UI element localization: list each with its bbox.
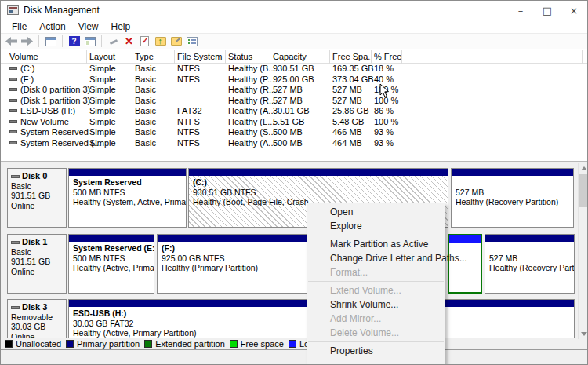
- column-header[interactable]: Type: [132, 50, 175, 64]
- legend-item: Extended partition: [144, 339, 225, 349]
- table-row[interactable]: (F:)SimpleBasicNTFSHealthy (P...925.00 G…: [1, 75, 587, 86]
- partition-box[interactable]: System Reserved (E:) 500 MB NTFS Healthy…: [68, 234, 154, 294]
- console-window-icon[interactable]: [44, 35, 57, 48]
- table-cell: 93 %: [372, 138, 394, 149]
- partition-title: [489, 243, 571, 254]
- column-header[interactable]: % Free: [372, 50, 402, 64]
- table-cell: Simple: [87, 96, 116, 107]
- legend-label: Primary partition: [77, 339, 140, 349]
- disk-label[interactable]: Disk 1 Basic 931.51 GB Online: [7, 234, 67, 294]
- toolbar-separator: [101, 35, 102, 47]
- wand-icon[interactable]: [107, 35, 120, 48]
- table-row[interactable]: System ReservedSimpleBasicNTFSHealthy (S…: [1, 127, 587, 138]
- folder-up-icon[interactable]: [154, 35, 167, 48]
- table-cell: Simple: [87, 106, 116, 117]
- column-header[interactable]: File System: [175, 50, 226, 64]
- partition-box[interactable]: 527 MB Healthy (Recovery Partition): [451, 168, 574, 228]
- legend-label: Extended partition: [155, 339, 225, 349]
- table-cell: NTFS: [175, 75, 200, 86]
- table-row[interactable]: (Disk 1 partition 3)SimpleBasicHealthy (…: [1, 96, 587, 107]
- vertical-scrollbar[interactable]: [578, 163, 588, 339]
- table-cell: 466 MB: [330, 127, 362, 138]
- table-cell: Basic: [132, 96, 156, 107]
- context-menu-item-properties[interactable]: Properties: [307, 344, 445, 358]
- maximize-button[interactable]: □: [534, 1, 561, 20]
- properties-list-icon[interactable]: [185, 35, 198, 48]
- disk-label[interactable]: Disk 3 Removable 30.03 GB Online: [7, 299, 67, 338]
- check-document-icon[interactable]: [138, 35, 151, 48]
- window-title: Disk Management: [24, 5, 100, 16]
- table-cell: Healthy (R...: [226, 85, 276, 96]
- volume-icon: [9, 88, 17, 91]
- menu-separator: [308, 281, 444, 282]
- partition-box[interactable]: 527 MB Healthy (Recovery Partitic: [485, 234, 575, 294]
- partition-color-bar: [485, 235, 574, 242]
- table-cell: Basic: [132, 127, 156, 138]
- disk-name: Disk 1: [22, 237, 47, 246]
- forward-icon[interactable]: [20, 35, 34, 48]
- app-icon: [7, 5, 19, 15]
- partition-box[interactable]: System Reserved 500 MB NTFS Healthy (Sys…: [68, 168, 187, 228]
- table-cell: 5.51 GB: [270, 117, 304, 128]
- table-cell: 527 MB: [330, 85, 362, 96]
- partition-color-bar: [69, 235, 154, 242]
- partition-size: 500 MB NTFS: [73, 188, 183, 198]
- context-menu: OpenExploreMark Partition as ActiveChang…: [307, 203, 445, 365]
- partition-color-bar: [69, 169, 186, 176]
- console-tree-icon[interactable]: [83, 35, 96, 48]
- minimize-button[interactable]: –: [507, 1, 534, 20]
- table-row[interactable]: ESD-USB (H:)SimpleBasicFAT32Healthy (A..…: [1, 106, 587, 117]
- menu-action[interactable]: Action: [33, 21, 71, 32]
- column-header[interactable]: Capacity: [270, 50, 330, 64]
- scrollbar-thumb[interactable]: [579, 174, 588, 207]
- disk-type: Removable: [11, 312, 63, 323]
- context-menu-item-extend-volume: Extend Volume...: [307, 283, 445, 297]
- table-cell: Basic: [132, 106, 156, 117]
- table-cell: Healthy (A...: [226, 106, 276, 117]
- column-header[interactable]: Volume: [7, 50, 87, 64]
- context-menu-item-help[interactable]: Help: [307, 362, 445, 365]
- table-cell: (F:): [7, 75, 34, 86]
- table-cell: NTFS: [175, 117, 200, 128]
- volume-icon: [9, 141, 17, 144]
- menu-help[interactable]: Help: [105, 21, 137, 32]
- partition-status: Healthy (System, Active, Primary P: [73, 197, 183, 207]
- table-cell: 5.48 GB: [330, 117, 364, 128]
- delete-red-x-icon[interactable]: ✕: [122, 35, 136, 48]
- column-header[interactable]: Layout: [87, 50, 132, 64]
- mouse-cursor: [379, 83, 390, 99]
- context-menu-item-shrink-volume[interactable]: Shrink Volume...: [307, 297, 445, 312]
- context-menu-item-change-drive-letter-and-paths[interactable]: Change Drive Letter and Paths...: [307, 251, 445, 265]
- partition-status: Healthy (Recovery Partitic: [489, 263, 571, 273]
- table-cell: Simple: [87, 64, 116, 75]
- table-row[interactable]: (C:)SimpleBasicNTFSHealthy (B...930.51 G…: [1, 64, 587, 75]
- context-menu-item-delete-volume: Delete Volume...: [307, 326, 445, 340]
- volume-icon: [9, 99, 17, 102]
- table-row[interactable]: (Disk 0 partition 3)SimpleBasicHealthy (…: [1, 85, 587, 96]
- back-icon[interactable]: [5, 35, 18, 48]
- legend-color-swatch: [230, 340, 238, 348]
- disk-management-window: Disk Management – □ × FileActionViewHelp…: [0, 0, 588, 365]
- context-menu-item-explore[interactable]: Explore: [307, 219, 445, 233]
- context-menu-item-mark-partition-as-active[interactable]: Mark Partition as Active: [307, 237, 445, 251]
- table-cell: Healthy (R...: [226, 96, 276, 107]
- volume-icon: [9, 109, 17, 112]
- disk-size: 931.51 GB: [11, 191, 63, 201]
- table-cell: Healthy (L...: [226, 117, 274, 128]
- table-row[interactable]: System Reserved (...SimpleBasicNTFSHealt…: [1, 138, 587, 149]
- help-icon[interactable]: ?: [67, 35, 81, 48]
- menu-file[interactable]: File: [5, 21, 33, 32]
- column-header[interactable]: Free Spa...: [330, 50, 372, 64]
- table-cell: 30.01 GB: [270, 106, 309, 117]
- scroll-up-icon[interactable]: [579, 163, 588, 173]
- folder-edit-icon[interactable]: [169, 35, 183, 48]
- menu-view[interactable]: View: [72, 21, 105, 32]
- table-cell: 527 MB: [270, 96, 303, 107]
- table-row[interactable]: New VolumeSimpleBasicNTFSHealthy (L...5.…: [1, 117, 587, 128]
- disk-label[interactable]: Disk 0 Basic 931.51 GB Online: [7, 168, 67, 228]
- close-button[interactable]: ×: [561, 1, 587, 20]
- table-cell: 930.51 GB: [270, 64, 314, 75]
- table-cell: Healthy (P...: [226, 75, 274, 86]
- column-header[interactable]: Status: [226, 50, 270, 64]
- context-menu-item-open[interactable]: Open: [307, 205, 445, 219]
